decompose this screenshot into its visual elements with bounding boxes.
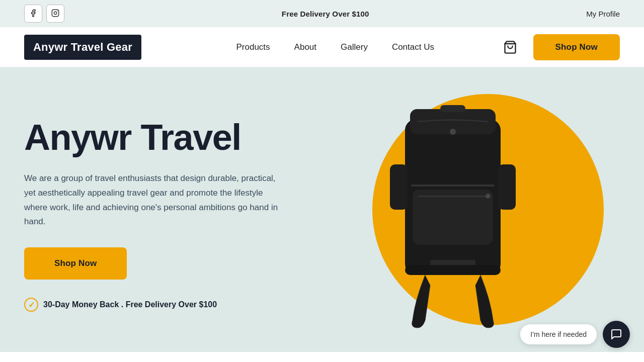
nav-link-products[interactable]: Products: [236, 42, 270, 52]
social-icons: [24, 5, 64, 23]
brand-logo[interactable]: Anywr Travel Gear: [24, 35, 141, 60]
svg-rect-10: [498, 164, 516, 210]
guarantee-icon: ✓: [24, 298, 38, 312]
svg-rect-5: [411, 185, 495, 187]
nav-links-container: Products About Gallery Contact Us: [141, 42, 499, 52]
facebook-icon: [29, 9, 37, 19]
chat-button[interactable]: [603, 321, 630, 348]
chat-bubble: I'm here if needed: [520, 324, 597, 344]
svg-point-13: [450, 129, 456, 135]
nav-link-about[interactable]: About: [294, 42, 316, 52]
svg-rect-11: [440, 105, 465, 112]
shop-now-button-nav[interactable]: Shop Now: [533, 34, 620, 60]
facebook-button[interactable]: [24, 5, 42, 23]
top-bar: Free Delivery Over $100 My Profile: [0, 0, 644, 27]
delivery-message: Free Delivery Over $100: [282, 10, 369, 18]
svg-rect-7: [418, 196, 488, 197]
hero-description: We are a group of travel enthusiasts tha…: [24, 171, 286, 230]
guarantee-text: 30-Day Money Back . Free Delivery Over $…: [43, 300, 217, 309]
instagram-icon: [51, 9, 59, 19]
navbar: Anywr Travel Gear Products About Gallery…: [0, 27, 644, 67]
shop-now-button-hero[interactable]: Shop Now: [24, 247, 127, 280]
hero-content: Anywr Travel We are a group of travel en…: [24, 118, 286, 312]
svg-rect-14: [405, 265, 501, 275]
svg-rect-9: [390, 164, 408, 210]
backpack-image: [375, 89, 531, 330]
svg-rect-6: [413, 190, 493, 245]
instagram-button[interactable]: [46, 5, 64, 23]
nav-links: Products About Gallery Contact Us: [236, 42, 434, 52]
svg-rect-0: [52, 10, 58, 16]
chat-widget: I'm here if needed: [520, 321, 630, 348]
hero-section: Anywr Travel We are a group of travel en…: [0, 67, 644, 352]
profile-link[interactable]: My Profile: [586, 10, 620, 18]
nav-link-contact[interactable]: Contact Us: [392, 42, 434, 52]
hero-title: Anywr Travel: [24, 118, 286, 157]
guarantee-badge: ✓ 30-Day Money Back . Free Delivery Over…: [24, 298, 286, 312]
cart-button[interactable]: [499, 36, 521, 58]
svg-point-8: [486, 194, 491, 199]
chat-icon: [610, 328, 622, 340]
cart-icon: [503, 40, 517, 54]
nav-right: Shop Now: [499, 34, 620, 60]
hero-image-area: [312, 67, 644, 352]
nav-link-gallery[interactable]: Gallery: [341, 42, 368, 52]
